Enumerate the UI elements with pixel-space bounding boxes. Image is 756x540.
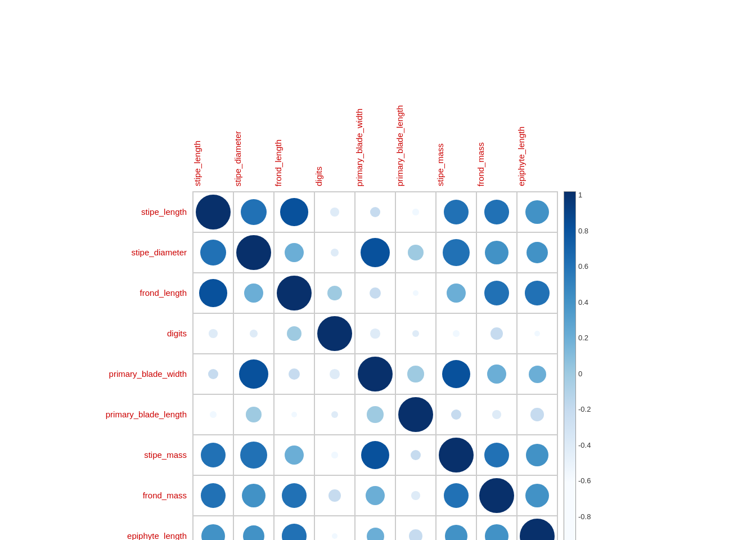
circle-2-0 (199, 279, 227, 307)
cell-5-3 (314, 394, 355, 435)
circle-2-7 (484, 281, 510, 306)
circle-7-1 (242, 484, 266, 507)
col-label-5: primary_blade_length (395, 11, 435, 188)
row-labels: stipe_lengthstipe_diameterfrond_lengthdi… (69, 191, 191, 540)
grid (192, 191, 558, 540)
circle-1-7 (485, 241, 508, 264)
circle-5-3 (331, 411, 338, 418)
colorbar-tick-0: 1 (578, 191, 591, 199)
cell-6-3 (314, 435, 355, 475)
circle-7-2 (282, 483, 307, 508)
cell-7-4 (355, 475, 395, 516)
cell-1-3 (314, 232, 355, 273)
cell-3-3 (314, 313, 355, 354)
circle-3-5 (412, 330, 419, 337)
cell-6-8 (517, 435, 557, 475)
cell-5-2 (274, 394, 314, 435)
colorbar: 10.80.60.40.20-0.2-0.4-0.6-0.8-1 (564, 191, 591, 540)
circle-4-0 (208, 369, 219, 380)
circle-1-2 (285, 243, 304, 262)
row-label-8: epiphyte_length (69, 515, 191, 540)
colorbar-gradient (564, 191, 576, 540)
cell-0-0 (193, 192, 233, 232)
column-labels: stipe_lengthstipe_diameterfrond_lengthdi… (192, 11, 557, 188)
cell-7-3 (314, 475, 355, 516)
circle-0-3 (330, 208, 339, 217)
cell-8-4 (355, 516, 395, 540)
circle-4-3 (330, 369, 339, 379)
circle-5-5 (398, 397, 433, 432)
cell-5-6 (436, 394, 476, 435)
circle-8-5 (409, 529, 422, 540)
cell-8-1 (233, 516, 274, 540)
col-label-2: frond_length (273, 11, 314, 188)
cell-1-4 (355, 232, 395, 273)
cell-8-7 (476, 516, 517, 540)
circle-3-1 (250, 330, 258, 338)
circle-8-6 (445, 525, 467, 540)
colorbar-tick-8: -0.6 (578, 477, 591, 484)
circle-6-8 (526, 444, 548, 466)
cell-4-0 (193, 354, 233, 394)
cell-0-5 (395, 192, 436, 232)
circle-7-3 (328, 489, 341, 502)
circle-7-6 (444, 483, 469, 508)
cell-2-1 (233, 273, 274, 313)
cell-1-0 (193, 232, 233, 273)
cell-4-2 (274, 354, 314, 394)
circle-8-2 (282, 524, 306, 540)
cell-2-8 (517, 273, 557, 313)
circle-2-4 (370, 287, 381, 299)
circle-2-1 (244, 284, 263, 303)
circle-6-1 (240, 442, 267, 469)
circle-2-8 (525, 281, 549, 305)
cell-1-6 (436, 232, 476, 273)
cell-7-2 (274, 475, 314, 516)
cell-6-2 (274, 435, 314, 475)
circle-5-0 (210, 411, 216, 417)
cell-1-7 (476, 232, 517, 273)
colorbar-tick-3: 0.4 (578, 299, 591, 306)
cell-3-1 (233, 313, 274, 354)
circle-8-7 (485, 524, 508, 540)
cell-2-5 (395, 273, 436, 313)
circle-6-2 (285, 446, 304, 465)
colorbar-tick-4: 0.2 (578, 334, 591, 341)
colorbar-tick-2: 0.6 (578, 263, 591, 270)
cell-7-5 (395, 475, 436, 516)
circle-5-1 (246, 407, 262, 422)
circle-6-7 (484, 443, 510, 468)
circle-2-5 (413, 290, 418, 296)
cell-7-8 (517, 475, 557, 516)
circle-3-0 (209, 329, 218, 338)
row-label-0: stipe_length (69, 191, 191, 232)
cell-2-3 (314, 273, 355, 313)
circle-3-7 (490, 327, 503, 340)
circle-1-6 (443, 239, 470, 266)
cell-4-8 (517, 354, 557, 394)
circle-8-0 (201, 524, 225, 540)
cell-0-1 (233, 192, 274, 232)
correlation-matrix-chart: stipe_lengthstipe_diameterfrond_lengthdi… (69, 11, 687, 529)
cell-2-6 (436, 273, 476, 313)
cell-2-7 (476, 273, 517, 313)
cell-4-7 (476, 354, 517, 394)
cell-0-2 (274, 192, 314, 232)
circle-2-2 (277, 276, 312, 310)
colorbar-tick-labels: 10.80.60.40.20-0.2-0.4-0.6-0.8-1 (576, 191, 591, 540)
circle-0-2 (280, 198, 308, 226)
circle-3-8 (534, 331, 540, 336)
circle-5-2 (291, 412, 297, 417)
cell-8-2 (274, 516, 314, 540)
cell-3-5 (395, 313, 436, 354)
cell-6-7 (476, 435, 517, 475)
circle-5-8 (530, 408, 544, 421)
col-label-4: primary_blade_width (354, 11, 395, 188)
colorbar-tick-1: 0.8 (578, 227, 591, 235)
colorbar-tick-5: 0 (578, 370, 591, 377)
row-label-6: stipe_mass (69, 434, 191, 475)
circle-3-6 (453, 330, 459, 336)
cell-0-6 (436, 192, 476, 232)
cell-8-3 (314, 516, 355, 540)
cell-8-6 (436, 516, 476, 540)
